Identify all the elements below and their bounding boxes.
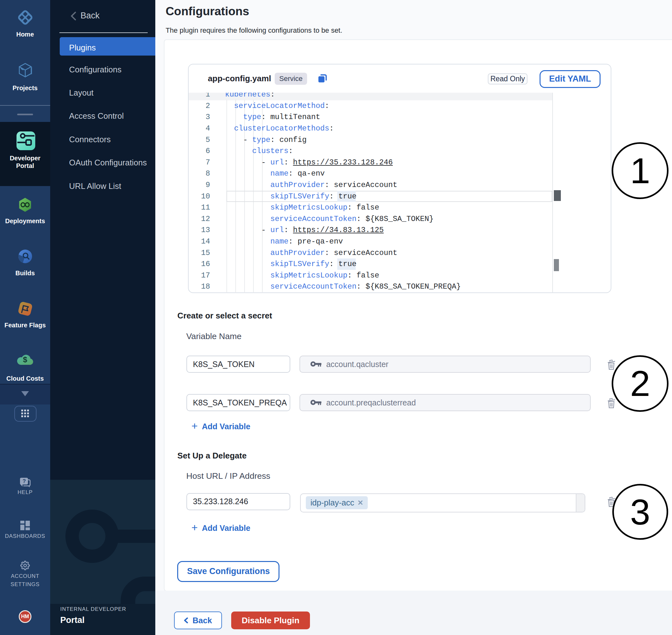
svg-text:$: $: [23, 355, 27, 364]
svg-text:?: ?: [23, 478, 26, 484]
